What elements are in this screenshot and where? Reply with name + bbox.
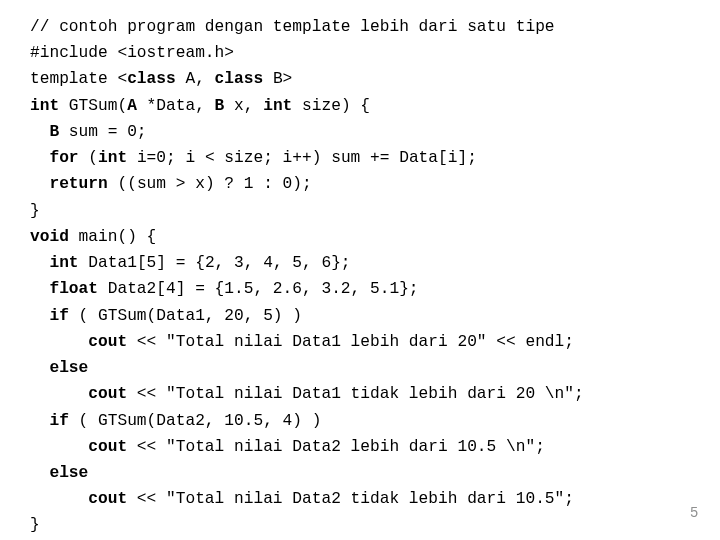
code-slide: // contoh program dengan template lebih … bbox=[0, 0, 720, 539]
code-line: void main() { bbox=[30, 228, 156, 246]
code-line: if ( GTSum(Data1, 20, 5) ) bbox=[30, 307, 302, 325]
code-line: // contoh program dengan template lebih … bbox=[30, 18, 555, 36]
code-line: return ((sum > x) ? 1 : 0); bbox=[30, 175, 312, 193]
code-line: #include <iostream.h> bbox=[30, 44, 234, 62]
code-line: } bbox=[30, 516, 40, 534]
code-line: for (int i=0; i < size; i++) sum += Data… bbox=[30, 149, 477, 167]
code-line: template <class A, class B> bbox=[30, 70, 292, 88]
code-line: cout << "Total nilai Data2 tidak lebih d… bbox=[30, 490, 574, 508]
code-line: if ( GTSum(Data2, 10.5, 4) ) bbox=[30, 412, 321, 430]
code-line: cout << "Total nilai Data1 lebih dari 20… bbox=[30, 333, 574, 351]
code-line: cout << "Total nilai Data1 tidak lebih d… bbox=[30, 385, 584, 403]
code-line: cout << "Total nilai Data2 lebih dari 10… bbox=[30, 438, 545, 456]
code-line: B sum = 0; bbox=[30, 123, 147, 141]
page-number: 5 bbox=[690, 501, 698, 524]
code-line: } bbox=[30, 202, 40, 220]
code-line: else bbox=[30, 359, 88, 377]
code-line: int GTSum(A *Data, B x, int size) { bbox=[30, 97, 370, 115]
code-line: else bbox=[30, 464, 88, 482]
code-line: int Data1[5] = {2, 3, 4, 5, 6}; bbox=[30, 254, 351, 272]
code-line: float Data2[4] = {1.5, 2.6, 3.2, 5.1}; bbox=[30, 280, 419, 298]
